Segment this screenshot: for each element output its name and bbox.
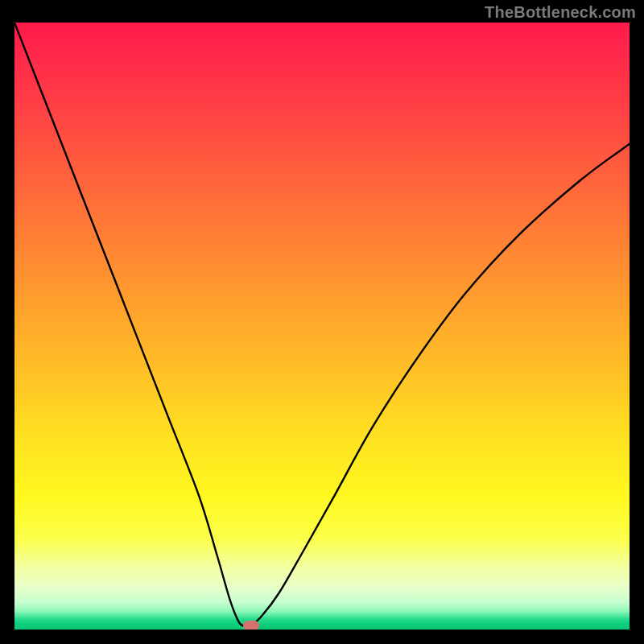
chart-frame: TheBottleneck.com: [0, 0, 644, 644]
watermark-text: TheBottleneck.com: [485, 3, 636, 22]
plot-area: [14, 23, 630, 630]
bottleneck-curve: [14, 23, 630, 630]
curve-minimum-marker: [243, 621, 259, 630]
